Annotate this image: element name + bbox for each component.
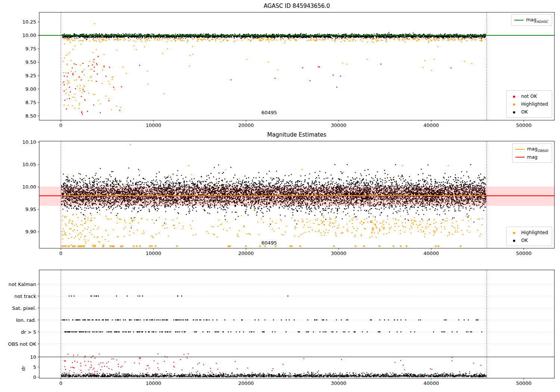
chart-title: Magnitude Estimates <box>267 131 326 138</box>
y-tick-label: 8.50 <box>25 113 36 119</box>
y-tick-label: 9.00 <box>25 86 36 92</box>
axes-frame <box>39 270 554 378</box>
obsid-annotation: 60495 <box>261 240 277 246</box>
charts-canvas: 604950100002000030000400005000010.2510.0… <box>0 0 560 392</box>
y-tick-label: 9.75 <box>25 46 36 52</box>
x-tick-label: 20000 <box>238 251 253 256</box>
x-tick-label: 10000 <box>146 251 161 256</box>
row-label: OBS not OK <box>8 341 37 347</box>
row-label: not track <box>14 293 36 299</box>
x-tick-label: 10000 <box>146 122 161 128</box>
x-tick-label: 0 <box>59 122 62 128</box>
series-dr-not-ok <box>64 354 481 374</box>
y-tick-label: 10.05 <box>22 162 36 167</box>
obsid-annotation: 60495 <box>261 110 277 115</box>
y-tick-label: 8.75 <box>25 100 36 105</box>
dr-tick-label: 5 <box>33 364 36 370</box>
y-tick-label: 10.25 <box>22 19 36 25</box>
y-tick-label: 10.10 <box>22 139 36 145</box>
x-tick-label: 50000 <box>516 380 531 386</box>
dr-tick-label: 0 <box>33 374 36 380</box>
y-tick-label: 9.90 <box>25 229 36 234</box>
chart-title: AGASC ID 845943656.0 <box>264 3 330 9</box>
row-label: Ion. rad. <box>16 317 36 323</box>
x-tick-label: 0 <box>59 380 62 386</box>
mag-uncertainty-band <box>39 187 554 206</box>
dr-tick-label: 10 <box>30 354 36 360</box>
x-tick-label: 20000 <box>238 122 253 128</box>
row-label: Sat. pixel. <box>12 305 36 311</box>
x-tick-label: 40000 <box>423 251 439 256</box>
y-tick-label: 9.25 <box>25 73 36 78</box>
y-tick-label: 9.95 <box>25 206 36 212</box>
x-tick-label: 50000 <box>516 122 531 128</box>
series-Highlighted-clipped <box>61 245 462 247</box>
series-OK <box>62 32 485 39</box>
dr-axis-label: dr <box>21 366 26 371</box>
row-label: dr > 5 <box>21 329 36 335</box>
figure: 604950100002000030000400005000010.2510.0… <box>0 0 560 392</box>
y-tick-label: 9.50 <box>25 59 36 65</box>
series-dr-ok <box>62 371 486 377</box>
x-tick-label: 40000 <box>423 380 439 386</box>
x-tick-label: 30000 <box>331 380 346 386</box>
axes-frame <box>39 12 554 120</box>
x-tick-label: 40000 <box>423 122 439 128</box>
row-label: not Kalman <box>9 281 36 287</box>
x-tick-label: 50000 <box>516 251 531 256</box>
y-tick-label: 10.00 <box>22 184 36 190</box>
x-tick-label: 30000 <box>331 122 346 128</box>
y-tick-label: 10.00 <box>22 32 36 38</box>
x-tick-label: 30000 <box>331 251 346 256</box>
series-not OK <box>64 56 451 114</box>
x-tick-label: 0 <box>59 251 62 256</box>
x-tick-label: 20000 <box>238 380 253 386</box>
x-tick-label: 10000 <box>146 380 161 386</box>
